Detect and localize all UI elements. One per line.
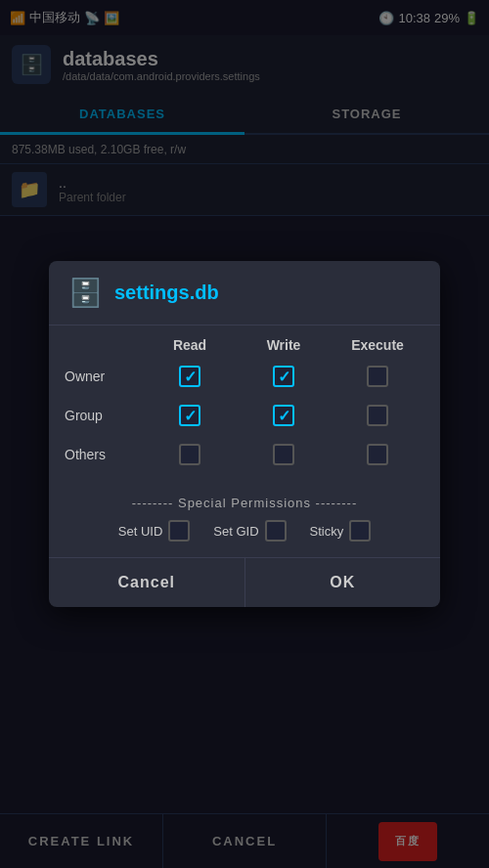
perm-group-label: Group [65, 408, 143, 423]
perm-row-owner: Owner [65, 359, 424, 394]
perm-others-execute-checkbox[interactable] [367, 444, 388, 465]
special-perm-title: -------- Special Permissions -------- [65, 496, 424, 510]
perm-group-write-cell [237, 405, 331, 426]
dialog-file-icon: 🗄️ [68, 277, 103, 309]
perm-group-write-checkbox[interactable] [273, 405, 294, 426]
perm-others-write-checkbox[interactable] [273, 444, 294, 465]
perm-others-label: Others [65, 447, 143, 462]
permissions-dialog: 🗄️ settings.db Read Write Execute Owner [49, 261, 440, 607]
setuid-checkbox[interactable] [168, 520, 190, 542]
dialog-buttons: Cancel OK [49, 557, 440, 607]
sticky-label: Sticky [310, 524, 344, 539]
special-perm-row: Set UID Set GID Sticky [65, 520, 424, 542]
perm-others-read-checkbox[interactable] [179, 444, 200, 465]
perm-header-execute: Execute [331, 337, 424, 353]
perm-group-execute-checkbox[interactable] [367, 405, 388, 426]
sticky-checkbox[interactable] [349, 520, 371, 542]
special-item-setuid: Set UID [118, 520, 191, 542]
perm-row-group: Group [65, 398, 424, 433]
cancel-button[interactable]: Cancel [49, 558, 245, 607]
perm-owner-read-cell [143, 366, 237, 387]
perm-header-read: Read [143, 337, 237, 353]
perm-group-read-checkbox[interactable] [179, 405, 200, 426]
dialog-title: settings.db [114, 282, 219, 304]
setuid-label: Set UID [118, 524, 163, 539]
ok-button[interactable]: OK [245, 558, 441, 607]
perm-group-read-cell [143, 405, 237, 426]
perm-others-read-cell [143, 444, 237, 465]
dialog-header: 🗄️ settings.db [49, 261, 440, 326]
permissions-table: Read Write Execute Owner Group [49, 326, 440, 488]
perm-group-execute-cell [331, 405, 424, 426]
perm-others-execute-cell [331, 444, 424, 465]
perm-owner-execute-cell [331, 366, 424, 387]
special-item-sticky: Sticky [310, 520, 372, 542]
perm-owner-execute-checkbox[interactable] [367, 366, 388, 387]
perm-owner-label: Owner [65, 369, 143, 384]
special-item-setgid: Set GID [213, 520, 286, 542]
perm-owner-write-checkbox[interactable] [273, 366, 294, 387]
setgid-label: Set GID [213, 524, 258, 539]
perm-header-write: Write [237, 337, 331, 353]
perm-header-row: Read Write Execute [65, 337, 424, 353]
special-permissions-section: -------- Special Permissions -------- Se… [49, 488, 440, 549]
dialog-overlay: 🗄️ settings.db Read Write Execute Owner [0, 0, 489, 868]
setgid-checkbox[interactable] [265, 520, 287, 542]
perm-row-others: Others [65, 437, 424, 472]
perm-owner-write-cell [237, 366, 331, 387]
perm-others-write-cell [237, 444, 331, 465]
perm-owner-read-checkbox[interactable] [179, 366, 200, 387]
